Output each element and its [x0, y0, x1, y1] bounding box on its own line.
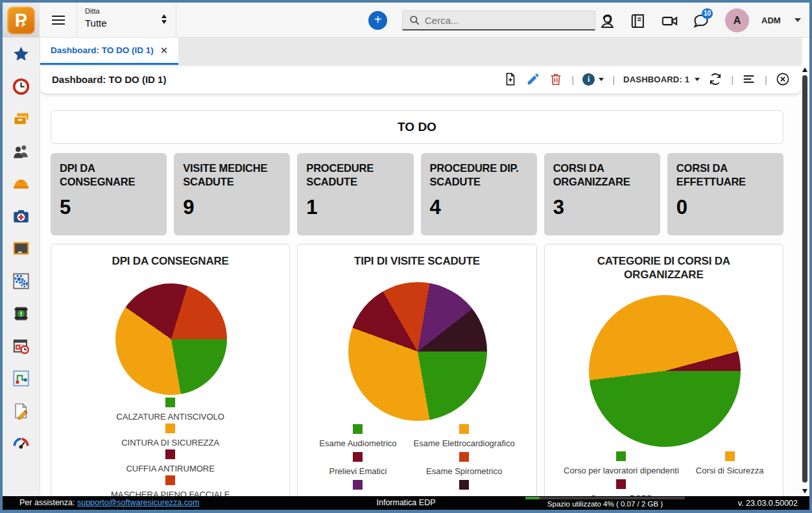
support-icon[interactable] — [599, 12, 616, 30]
stat-card-visite[interactable]: VISITE MEDICHE SCADUTE9 — [174, 153, 290, 235]
sidebar-item-deadlines[interactable] — [12, 337, 30, 355]
gauge-icon — [12, 435, 30, 452]
people-icon — [12, 143, 30, 160]
clock-icon — [12, 78, 30, 95]
company-selector[interactable]: Ditta Tutte — [77, 3, 176, 38]
sidebar-item-machinery-settings[interactable] — [12, 272, 30, 290]
page-title: Dashboard: TO DO (ID 1) — [52, 74, 166, 85]
stat-card-procedure[interactable]: PROCEDURE SCADUTE1 — [297, 153, 413, 235]
toolbar-actions: | i | DASHBOARD: 1 | | — [503, 72, 790, 86]
delete-trash-icon[interactable] — [549, 72, 563, 86]
company-selector-label: Ditta — [85, 7, 168, 15]
legend-swatch — [165, 449, 175, 459]
sidebar-item-training-board[interactable] — [12, 240, 30, 257]
edit-pencil-icon[interactable] — [526, 72, 540, 86]
main-content: Dashboard: TO DO (ID 1) | i | DASHBOARD:… — [40, 65, 802, 496]
search-box[interactable] — [402, 10, 595, 30]
list-icon[interactable] — [742, 72, 756, 86]
sidebar-item-monitoring[interactable] — [12, 435, 30, 452]
scroll-down-arrow-icon[interactable] — [802, 489, 807, 494]
sidebar-item-archive[interactable] — [12, 110, 30, 128]
footer-center-text: Informatica EDP — [376, 498, 435, 507]
sidebar-item-chemicals[interactable] — [12, 305, 30, 322]
sidebar-item-favorites[interactable] — [12, 45, 30, 63]
chart-title: DPI DA CONSEGNARE — [51, 254, 289, 268]
user-menu-caret-icon[interactable] — [794, 18, 801, 22]
sidebar-item-processes[interactable] — [12, 370, 30, 387]
sidebar-item-medical[interactable] — [12, 208, 30, 225]
pie-chart-dpi[interactable] — [115, 283, 227, 395]
tab-dashboard-todo[interactable]: Dashboard: TO DO (ID 1) ✕ — [40, 38, 178, 65]
vertical-scrollbar[interactable] — [802, 65, 808, 496]
chart-title: CATEGORIE DI CORSI DA ORGANIZZARE — [545, 254, 783, 282]
legend-swatch — [353, 452, 363, 462]
legend-swatch — [353, 480, 363, 490]
legend-item: Corsi di Sicurezza — [696, 451, 764, 475]
legend-label: Prelievi Ematici — [329, 466, 387, 476]
legend-item: Corso per RSPP — [564, 479, 679, 496]
app-logo-icon: P — [7, 6, 35, 34]
storage-progress-fill — [525, 497, 540, 499]
stat-card-corsi-organizzare[interactable]: CORSI DA ORGANIZZARE3 — [544, 153, 660, 235]
search-input[interactable] — [425, 15, 589, 26]
legend-swatch — [459, 424, 469, 434]
document-pencil-icon — [12, 402, 30, 420]
company-selector-value: Tutte — [85, 18, 168, 29]
legend-swatch — [165, 424, 175, 433]
logo-tile[interactable]: P — [3, 3, 40, 38]
avatar[interactable]: A — [725, 8, 749, 32]
legend-swatch — [165, 475, 175, 485]
dashboard-banner-title: TO DO — [51, 110, 783, 144]
legend-item: Corso per lavoratori dipendenti — [564, 451, 679, 475]
menu-hamburger-icon[interactable] — [52, 16, 65, 25]
sidebar-item-documents-edit[interactable] — [12, 402, 30, 420]
scrollbar-thumb[interactable] — [802, 75, 807, 483]
blackboard-icon — [12, 240, 30, 257]
video-icon[interactable] — [661, 12, 678, 30]
stat-card-corsi-effettuare[interactable]: CORSI DA EFFETTUARE0 — [667, 153, 783, 235]
dashboard-selector[interactable]: DASHBOARD: 1 — [623, 75, 700, 84]
legend-item: Esame Audiometrico — [319, 424, 396, 448]
sidebar-item-recents[interactable] — [12, 78, 30, 95]
tab-bar: Dashboard: TO DO (ID 1) ✕ — [40, 38, 802, 65]
sidebar-item-safety-dpi[interactable] — [12, 175, 30, 193]
assistance-prefix: Per assistenza: — [19, 498, 75, 507]
legend-item: Esame Spirometrico — [414, 452, 515, 476]
legend-item: Prelievi Ematici — [319, 452, 396, 476]
stat-card-dpi[interactable]: DPI DA CONSEGNARE5 — [51, 153, 167, 235]
assistance-text: Per assistenza: supporto@softwaresicurez… — [19, 498, 199, 507]
legend-item: CALZATURE ANTISCIVOLO — [111, 398, 230, 422]
scroll-up-arrow-icon[interactable] — [802, 67, 807, 72]
legend-label: Esame Spirometrico — [426, 466, 502, 476]
legend-swatch — [616, 479, 626, 489]
add-button[interactable]: + — [368, 11, 387, 30]
sidebar-item-personnel[interactable] — [12, 143, 30, 160]
legend-label: Esame Audiometrico — [319, 438, 396, 448]
dashboard-toolbar: Dashboard: TO DO (ID 1) | i | DASHBOARD:… — [40, 65, 802, 93]
pie-chart-corsi[interactable] — [589, 295, 741, 447]
add-document-icon[interactable] — [503, 72, 518, 86]
logo-letter: P — [15, 10, 27, 31]
info-icon: i — [582, 73, 595, 86]
star-icon — [12, 45, 30, 63]
user-label: ADM — [761, 16, 781, 25]
tab-close-icon[interactable]: ✕ — [160, 45, 169, 56]
manual-icon[interactable] — [630, 12, 647, 30]
chart-title: TIPI DI VISITE SCADUTE — [298, 254, 536, 268]
info-dropdown[interactable]: i — [582, 73, 604, 86]
chat-badge: 10 — [702, 8, 713, 19]
refresh-icon[interactable] — [708, 72, 722, 86]
assistance-link[interactable]: supporto@softwaresicurezza.com — [77, 498, 199, 507]
legend-item: Esame Elettrocardiografico — [414, 424, 515, 448]
tab-label: Dashboard: TO DO (ID 1) — [51, 45, 154, 55]
stat-card-procedure-dip[interactable]: PROCEDURE DIP. SCADUTE4 — [421, 153, 537, 235]
legend-label: Corso per lavoratori dipendenti — [564, 466, 679, 475]
stat-title: PROCEDURE DIP. SCADUTE — [430, 161, 528, 189]
legend-swatch — [616, 451, 626, 461]
close-circle-icon[interactable] — [776, 72, 790, 86]
legend-label: CUFFIA ANTIRUMORE — [126, 464, 215, 473]
pie-chart-visite[interactable] — [348, 282, 487, 421]
stat-value: 1 — [306, 196, 404, 219]
gears-icon — [12, 272, 30, 290]
legend-swatch — [165, 398, 175, 407]
